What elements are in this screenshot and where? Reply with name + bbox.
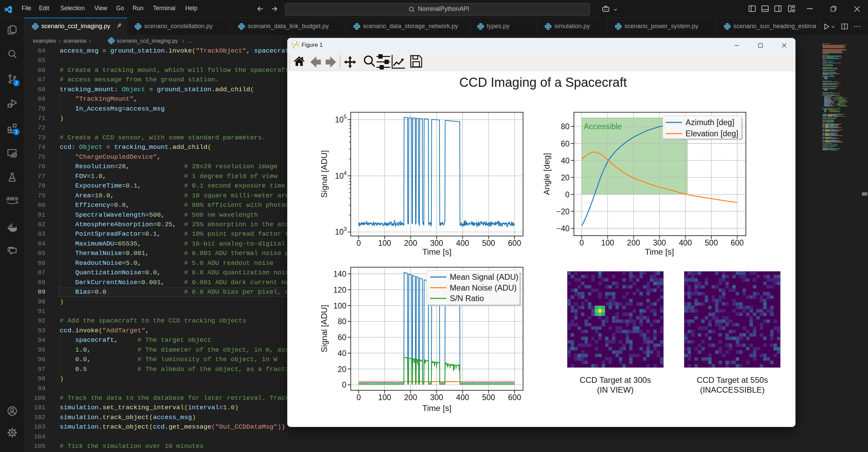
svg-text:Signal [ADU]: Signal [ADU] bbox=[320, 305, 329, 352]
svg-text:Time [s]: Time [s] bbox=[645, 247, 674, 256]
svg-text:200: 200 bbox=[627, 238, 640, 247]
svg-text:60: 60 bbox=[337, 333, 346, 342]
svg-text:Accessible: Accessible bbox=[584, 122, 622, 131]
svg-text:60: 60 bbox=[561, 139, 570, 148]
svg-text:20: 20 bbox=[337, 365, 346, 374]
svg-text:400: 400 bbox=[456, 239, 469, 248]
svg-text:0: 0 bbox=[580, 238, 584, 247]
svg-text:CCD Imaging of a Spacecraft: CCD Imaging of a Spacecraft bbox=[459, 75, 627, 90]
svg-text:Mean Noise (ADU): Mean Noise (ADU) bbox=[450, 283, 517, 292]
svg-text:80: 80 bbox=[337, 317, 346, 326]
svg-text:Mean Signal (ADU): Mean Signal (ADU) bbox=[450, 273, 518, 281]
svg-text:500: 500 bbox=[482, 239, 495, 248]
svg-text:40: 40 bbox=[337, 349, 346, 358]
svg-text:−20: −20 bbox=[556, 207, 570, 216]
svg-text:500: 500 bbox=[705, 238, 718, 247]
svg-text:40: 40 bbox=[561, 156, 570, 165]
svg-text:0: 0 bbox=[342, 380, 346, 389]
svg-text:300: 300 bbox=[430, 239, 443, 248]
svg-text:500: 500 bbox=[482, 393, 495, 402]
svg-text:300: 300 bbox=[653, 238, 666, 247]
svg-text:140: 140 bbox=[333, 270, 346, 278]
svg-text:600: 600 bbox=[508, 239, 521, 248]
svg-text:105: 105 bbox=[335, 114, 347, 124]
svg-text:Time [s]: Time [s] bbox=[422, 247, 451, 256]
svg-text:100: 100 bbox=[378, 239, 391, 248]
svg-text:Azimuth [deg]: Azimuth [deg] bbox=[686, 118, 734, 127]
svg-text:S/N Ratio: S/N Ratio bbox=[450, 294, 484, 303]
svg-text:400: 400 bbox=[679, 238, 692, 247]
svg-text:CCD Target at 300s: CCD Target at 300s bbox=[580, 375, 651, 385]
svg-text:100: 100 bbox=[601, 238, 614, 247]
svg-text:80: 80 bbox=[561, 122, 570, 131]
svg-text:Time [s]: Time [s] bbox=[422, 404, 451, 413]
svg-text:100: 100 bbox=[378, 393, 391, 402]
svg-text:(IN VIEW): (IN VIEW) bbox=[597, 385, 634, 394]
svg-text:100: 100 bbox=[333, 301, 346, 310]
svg-text:Signal [ADU]: Signal [ADU] bbox=[320, 150, 329, 198]
svg-text:0: 0 bbox=[356, 393, 361, 402]
svg-text:104: 104 bbox=[335, 170, 347, 180]
svg-text:103: 103 bbox=[335, 226, 347, 236]
svg-text:0: 0 bbox=[356, 239, 361, 248]
svg-text:600: 600 bbox=[508, 393, 521, 402]
svg-text:Elevation [deg]: Elevation [deg] bbox=[686, 129, 738, 138]
svg-text:(INACCESSIBLE): (INACCESSIBLE) bbox=[700, 385, 765, 394]
svg-text:CCD Target at 550s: CCD Target at 550s bbox=[697, 375, 768, 385]
svg-text:Angle [deg]: Angle [deg] bbox=[542, 153, 551, 195]
svg-text:300: 300 bbox=[430, 393, 443, 402]
svg-text:−40: −40 bbox=[556, 224, 570, 233]
svg-text:0: 0 bbox=[565, 190, 570, 199]
svg-text:200: 200 bbox=[404, 239, 417, 248]
svg-text:400: 400 bbox=[456, 393, 469, 402]
svg-text:600: 600 bbox=[731, 238, 744, 247]
svg-text:20: 20 bbox=[561, 173, 570, 182]
svg-text:120: 120 bbox=[333, 286, 346, 294]
svg-text:200: 200 bbox=[404, 393, 417, 402]
